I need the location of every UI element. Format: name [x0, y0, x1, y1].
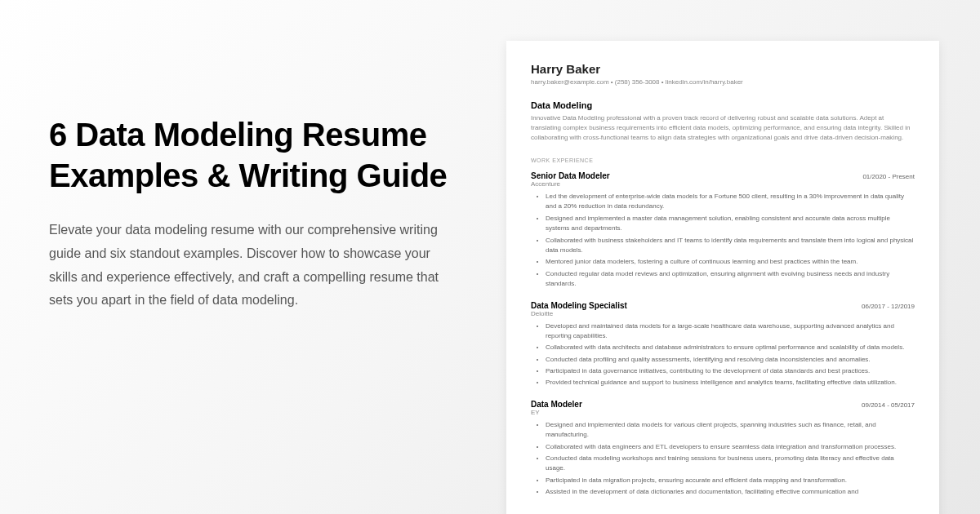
jobs-container: Senior Data Modeler01/2020 - PresentAcce…	[531, 171, 915, 498]
job-bullet: Collaborated with business stakeholders …	[546, 236, 915, 256]
right-panel: Harry Baker harry.baker@example.com • (2…	[490, 0, 947, 514]
work-experience-label: WORK EXPERIENCE	[531, 157, 915, 163]
job-title: Senior Data Modeler	[531, 171, 610, 180]
job-company: Accenture	[531, 180, 915, 188]
job-title: Data Modeler	[531, 400, 582, 409]
resume-preview: Harry Baker harry.baker@example.com • (2…	[506, 41, 939, 514]
resume-summary: Innovative Data Modeling professional wi…	[531, 113, 915, 143]
job-entry: Senior Data Modeler01/2020 - PresentAcce…	[531, 171, 915, 290]
job-bullet: Participated in data migration projects,…	[546, 476, 915, 485]
page-title: 6 Data Modeling Resume Examples & Writin…	[49, 114, 457, 196]
job-bullet: Conducted regular data model reviews and…	[546, 269, 915, 290]
page-subtitle: Elevate your data modeling resume with o…	[49, 219, 457, 312]
resume-section-title: Data Modeling	[531, 100, 915, 110]
job-header: Senior Data Modeler01/2020 - Present	[531, 171, 915, 180]
job-bullets: Designed and implemented data models for…	[531, 420, 915, 498]
job-company: EY	[531, 409, 915, 416]
job-bullet: Led the development of enterprise-wide d…	[546, 192, 915, 212]
job-header: Data Modeler09/2014 - 05/2017	[531, 400, 915, 409]
job-bullet: Mentored junior data modelers, fostering…	[546, 257, 915, 267]
job-bullet: Developed and maintained data models for…	[546, 321, 915, 342]
job-bullets: Led the development of enterprise-wide d…	[531, 192, 915, 290]
job-bullets: Developed and maintained data models for…	[531, 321, 915, 388]
job-entry: Data Modeler09/2014 - 05/2017EYDesigned …	[531, 400, 915, 498]
job-dates: 06/2017 - 12/2019	[862, 303, 915, 310]
job-bullet: Provided technical guidance and support …	[546, 378, 915, 388]
left-panel: 6 Data Modeling Resume Examples & Writin…	[0, 0, 490, 514]
job-dates: 01/2020 - Present	[862, 173, 915, 180]
job-bullet: Conducted data modeling workshops and tr…	[546, 454, 915, 474]
job-bullet: Collaborated with data engineers and ETL…	[546, 442, 915, 452]
resume-name: Harry Baker	[531, 62, 915, 76]
job-bullet: Participated in data governance initiati…	[546, 366, 915, 376]
resume-contact: harry.baker@example.com • (258) 356-3008…	[531, 78, 915, 86]
job-header: Data Modeling Specialist06/2017 - 12/201…	[531, 301, 915, 310]
job-dates: 09/2014 - 05/2017	[862, 401, 915, 409]
job-bullet: Collaborated with data architects and da…	[546, 343, 915, 352]
job-bullet: Designed and implemented data models for…	[546, 420, 915, 441]
job-entry: Data Modeling Specialist06/2017 - 12/201…	[531, 301, 915, 388]
job-company: Deloitte	[531, 310, 915, 317]
job-bullet: Conducted data profiling and quality ass…	[546, 355, 915, 365]
job-bullet: Assisted in the development of data dict…	[546, 487, 915, 497]
job-bullet: Designed and implemented a master data m…	[546, 214, 915, 234]
job-title: Data Modeling Specialist	[531, 301, 627, 310]
